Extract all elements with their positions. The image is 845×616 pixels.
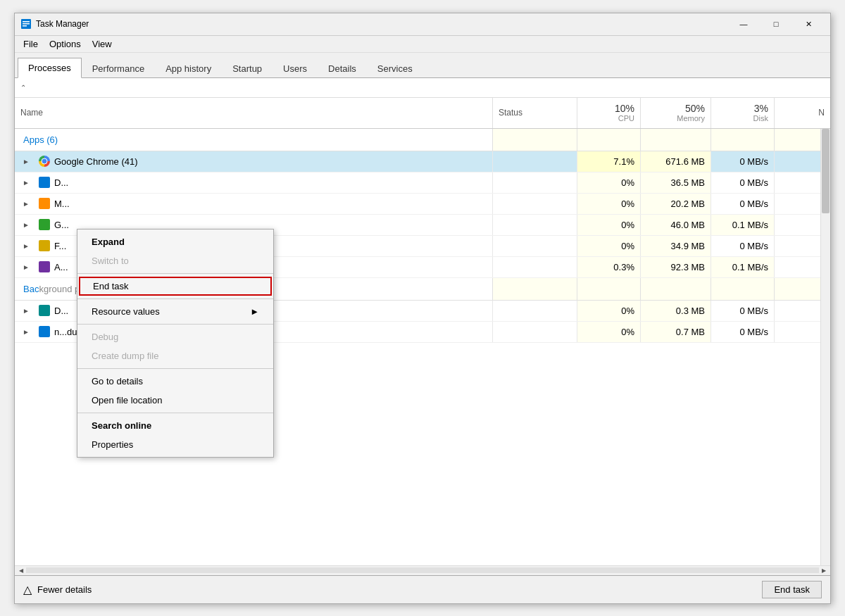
tab-processes[interactable]: Processes	[18, 58, 82, 78]
horizontal-scrollbar[interactable]: ◀ ▶	[15, 565, 830, 575]
maximize-button[interactable]: □	[760, 13, 792, 35]
window-title: Task Manager	[36, 19, 727, 29]
expand-icon-bg1[interactable]: ►	[22, 306, 30, 315]
expand-icon-app5[interactable]: ►	[22, 241, 30, 250]
expand-icon-app6[interactable]: ►	[22, 263, 30, 271]
app6-memory: 92.3 MB	[640, 257, 711, 277]
process-name-app2: ► D...	[15, 172, 492, 193]
app4-status	[492, 215, 577, 235]
tab-performance[interactable]: Performance	[82, 58, 155, 78]
menu-options[interactable]: Options	[44, 37, 87, 51]
bg2-status	[492, 322, 577, 342]
app2-icon	[39, 177, 50, 188]
toolbar: ⌃	[15, 78, 830, 98]
ctx-properties[interactable]: Properties	[77, 435, 273, 454]
process-name-chrome: ► Google Chrome (41)	[15, 151, 492, 172]
app2-cpu: 0%	[577, 172, 640, 193]
menu-view[interactable]: View	[87, 37, 118, 51]
apps-section-cpu	[577, 129, 640, 151]
end-task-button[interactable]: End task	[762, 581, 822, 598]
col-cpu-label: CPU	[618, 114, 634, 122]
app5-icon	[39, 240, 50, 251]
expand-icon-bg2[interactable]: ►	[22, 327, 30, 336]
process-name-app3: ► M...	[15, 194, 492, 214]
fewer-details-button[interactable]: △ Fewer details	[23, 583, 92, 596]
bg1-name-label: D...	[54, 306, 68, 316]
ctx-resource-values[interactable]: Resource values ►	[77, 302, 273, 321]
svg-rect-3	[23, 25, 27, 27]
app2-memory: 36.5 MB	[640, 172, 711, 193]
svg-rect-1	[23, 21, 30, 23]
ctx-debug: Debug	[77, 327, 273, 346]
minimize-button[interactable]: —	[727, 13, 760, 35]
close-button[interactable]: ✕	[792, 13, 825, 35]
window-controls: — □ ✕	[727, 13, 825, 35]
ctx-go-to-details[interactable]: Go to details	[77, 372, 273, 391]
expand-icon-app2[interactable]: ►	[22, 178, 30, 187]
bg-section-disk	[711, 278, 774, 300]
col-memory-label: Memory	[677, 114, 705, 122]
ctx-search-online[interactable]: Search online	[77, 416, 273, 435]
chrome-status	[492, 151, 577, 172]
chrome-icon	[39, 156, 50, 167]
ctx-sep-5	[77, 413, 273, 413]
app5-cpu: 0%	[577, 236, 640, 256]
menu-file[interactable]: File	[18, 37, 44, 51]
bg-section-cpu	[577, 278, 640, 300]
expand-icon-app3[interactable]: ►	[22, 199, 30, 208]
tab-users[interactable]: Users	[273, 58, 318, 78]
tab-startup[interactable]: Startup	[222, 58, 273, 78]
col-disk-label: Disk	[753, 114, 768, 122]
expand-icon-chrome[interactable]: ►	[22, 157, 30, 165]
col-cpu-header[interactable]: 10% CPU	[577, 98, 640, 128]
bg1-memory: 0.3 MB	[640, 301, 711, 321]
ctx-open-file-location[interactable]: Open file location	[77, 391, 273, 410]
app6-name-label: A...	[54, 262, 68, 272]
tab-app-history[interactable]: App history	[155, 58, 222, 78]
apps-section-header: Apps (6)	[15, 129, 830, 151]
ctx-arrow-icon: ►	[250, 306, 259, 317]
tab-bar: Processes Performance App history Startu…	[15, 53, 830, 78]
expand-icon-app4[interactable]: ►	[22, 220, 30, 229]
app4-icon	[39, 219, 50, 230]
app3-icon	[39, 198, 50, 209]
scroll-right-button[interactable]: ▶	[819, 565, 829, 575]
chevron-up-icon[interactable]: ⌃	[20, 84, 26, 92]
col-disk-header[interactable]: 3% Disk	[711, 98, 774, 128]
tab-details[interactable]: Details	[318, 58, 367, 78]
bg1-icon	[39, 305, 50, 316]
title-bar: Task Manager — □ ✕	[15, 13, 830, 36]
ctx-sep-4	[77, 368, 273, 369]
apps-section-mem	[640, 129, 711, 151]
app4-memory: 46.0 MB	[640, 215, 711, 235]
app2-status	[492, 172, 577, 193]
status-bar: △ Fewer details End task	[15, 575, 830, 603]
process-row-chrome[interactable]: ► Google Chrome (41) 7.1% 671.6 MB 0 MB/…	[15, 151, 830, 172]
svg-rect-2	[23, 23, 30, 25]
app4-disk: 0.1 MB/s	[711, 215, 774, 235]
bg1-cpu: 0%	[577, 301, 640, 321]
app6-icon	[39, 261, 50, 272]
process-row-app2[interactable]: ► D... 0% 36.5 MB 0 MB/s	[15, 172, 830, 194]
app3-cpu: 0%	[577, 194, 640, 214]
chrome-cpu: 7.1%	[577, 151, 640, 172]
process-row-app3[interactable]: ► M... 0% 20.2 MB 0 MB/s	[15, 194, 830, 215]
apps-section-status	[492, 129, 577, 151]
ctx-expand[interactable]: Expand	[77, 232, 273, 251]
col-status-label: Status	[499, 108, 522, 118]
ctx-end-task[interactable]: End task	[79, 277, 272, 296]
col-status-header[interactable]: Status	[492, 98, 577, 128]
vertical-scrollbar[interactable]	[820, 129, 830, 565]
scroll-left-button[interactable]: ◀	[16, 565, 26, 575]
app5-disk: 0 MB/s	[711, 236, 774, 256]
col-disk-percent: 3%	[754, 103, 768, 114]
col-n-header[interactable]: N	[774, 98, 830, 128]
app4-cpu: 0%	[577, 215, 640, 235]
scrollbar-thumb[interactable]	[822, 129, 830, 213]
tab-services[interactable]: Services	[367, 58, 423, 78]
col-name-label: Name	[20, 108, 43, 118]
app5-name-label: F...	[54, 241, 66, 251]
col-cpu-percent: 10%	[615, 103, 634, 114]
col-memory-header[interactable]: 50% Memory	[640, 98, 711, 128]
col-name-header[interactable]: Name	[15, 98, 492, 128]
